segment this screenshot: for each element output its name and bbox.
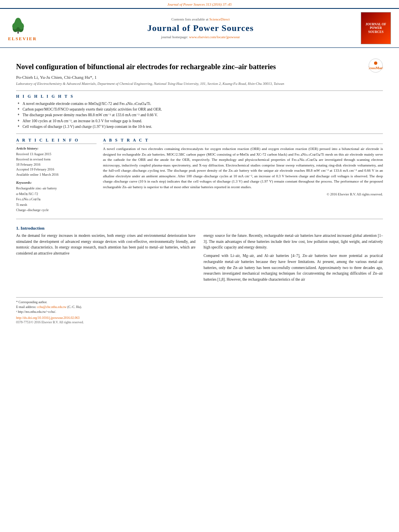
doi-link[interactable]: http://dx.doi.org/10.1016/j.jpowsour.201…	[16, 316, 80, 320]
svg-point-8	[374, 62, 377, 65]
journal-logo-right: JOURNAL OF POWER SOURCES	[361, 12, 391, 44]
journal-header: ELSEVIER Contents lists available at Sci…	[0, 8, 399, 48]
keyword-item: Charge–discharge cycle	[16, 207, 97, 213]
intro-col-right: energy source for the future. Recently, …	[204, 233, 383, 285]
received-revised-label: Received in revised form	[16, 157, 97, 162]
crossmark: CrossMark	[368, 58, 383, 74]
homepage-line: journal homepage: www.elsevier.com/locat…	[40, 35, 361, 39]
email-line: E-mail address: cchu@che.nthu.edu.tw (C.…	[16, 305, 383, 310]
footnote-1: ¹ http://mx.nthu.edu.tw/~cchu/.	[16, 310, 383, 314]
keyword-item: Rechargeable zinc–air battery	[16, 186, 97, 191]
abstract-title: A B S T R A C T	[103, 138, 383, 144]
highlights-title: H I G H L I G H T S	[16, 94, 383, 99]
introduction-section: 1. Introduction As the demand for energy…	[16, 226, 383, 285]
abstract-col: A B S T R A C T A novel configuration of…	[103, 138, 383, 213]
keyword-item: Ti mesh	[16, 202, 97, 208]
accepted-date: Accepted 19 February 2016	[16, 167, 97, 172]
journal-header-center: Contents lists available at ScienceDirec…	[40, 17, 361, 39]
article-title: Novel configuration of bifunctional air …	[16, 62, 364, 72]
journal-title: Journal of Power Sources	[40, 23, 361, 33]
highlights-section: H I G H L I G H T S A novel rechargeable…	[16, 94, 383, 129]
rule-2	[16, 134, 383, 134]
journal-reference: Journal of Power Sources 313 (2016) 37–4…	[0, 0, 399, 8]
crossmark-icon: CrossMark	[368, 58, 383, 73]
svg-point-7	[369, 59, 383, 72]
authors-line: Po-Chieh Li, Yu-Ju Chien, Chi-Chang Hu*,…	[16, 75, 383, 80]
abstract-text: A novel configuration of two electrodes …	[103, 146, 383, 190]
rule-1	[16, 90, 383, 91]
article-info-abstract-cols: A R T I C L E I N F O Article history: R…	[16, 138, 383, 213]
highlights-list: A novel rechargeable electrode contains …	[16, 101, 383, 129]
revised-date: 18 February 2016	[16, 162, 97, 167]
highlight-item: Carbon paper/MOC/Ti/FNCO separately exer…	[18, 107, 383, 112]
main-content: Novel configuration of bifunctional air …	[0, 48, 399, 328]
elsevier-tree-icon	[8, 15, 28, 35]
article-info-col: A R T I C L E I N F O Article history: R…	[16, 138, 97, 213]
svg-text:CrossMark: CrossMark	[368, 66, 383, 70]
intro-heading: 1. Introduction	[16, 226, 383, 230]
issn-line: 0378-7753/© 2016 Elsevier B.V. All right…	[16, 320, 383, 324]
keyword-item: Fe₀.₁Ni₀.₅Co₂O₄	[16, 197, 97, 202]
received-date: Received 13 August 2015	[16, 152, 97, 157]
corresponding-author: * Corresponding author.	[16, 300, 383, 305]
svg-point-5	[12, 23, 17, 29]
intro-col-left: As the demand for energy increases in mo…	[16, 233, 195, 285]
doi-line: http://dx.doi.org/10.1016/j.jpowsour.201…	[16, 316, 383, 320]
article-info-title: A R T I C L E I N F O	[16, 138, 97, 144]
history-label: Article history:	[16, 146, 97, 150]
affiliation: Laboratory of Electrochemistry & Advance…	[16, 81, 383, 86]
intro-left-text: As the demand for energy increases in mo…	[16, 233, 195, 257]
sciencedirect-link[interactable]: ScienceDirect	[210, 17, 230, 21]
copyright-line: © 2016 Elsevier B.V. All rights reserved…	[103, 192, 383, 196]
email-link[interactable]: cchu@che.nthu.edu.tw	[37, 305, 66, 309]
svg-point-6	[19, 23, 24, 29]
footnote-section: * Corresponding author. E-mail address: …	[16, 297, 383, 324]
intro-right-text: energy source for the future. Recently, …	[204, 233, 383, 283]
keywords-label: Keywords:	[16, 181, 97, 185]
rule-3	[16, 219, 383, 219]
keyword-item: α-MnO₂/XC-72	[16, 191, 97, 197]
highlight-item: Cell voltages of discharge (1.3 V) and c…	[18, 124, 383, 129]
elsevier-logo: ELSEVIER	[8, 15, 40, 41]
highlight-item: A novel rechargeable electrode contains …	[18, 101, 383, 107]
elsevier-label: ELSEVIER	[8, 36, 37, 41]
highlight-item: After 100 cycles at 10 mA cm⁻², an incre…	[18, 118, 383, 124]
highlight-item: The discharge peak power density reaches…	[18, 112, 383, 118]
contents-available-line: Contents lists available at ScienceDirec…	[40, 17, 361, 21]
intro-two-col: As the demand for energy increases in mo…	[16, 233, 383, 285]
keywords-list: Rechargeable zinc–air battery α-MnO₂/XC-…	[16, 186, 97, 213]
homepage-link[interactable]: www.elsevier.com/locate/jpowsour	[189, 35, 240, 39]
available-date: Available online 1 March 2016	[16, 172, 97, 177]
